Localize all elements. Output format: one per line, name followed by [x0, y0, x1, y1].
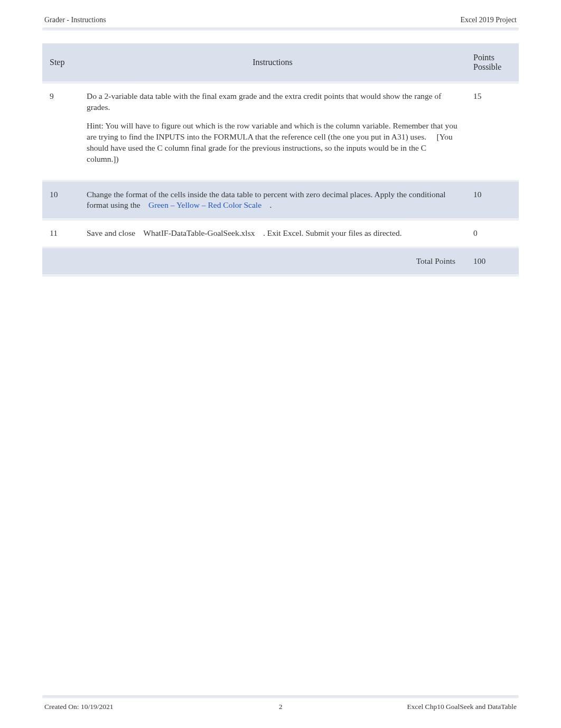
color-scale-name: Green – Yellow – Red Color Scale: [148, 200, 261, 209]
points-value: 0: [466, 220, 519, 246]
table-row: 11 Save and close WhatIF-DataTable-GoalS…: [42, 220, 519, 246]
col-header-points: Points Possible: [466, 43, 519, 81]
total-value: 100: [466, 248, 519, 274]
footer-row: Created On: 10/19/2021 2 Excel Chp10 Goa…: [42, 703, 519, 711]
header-left: Grader - Instructions: [44, 16, 106, 24]
total-row: Total Points 100: [42, 248, 519, 274]
points-value: 15: [466, 84, 519, 180]
empty-cell: [42, 248, 79, 274]
instruction-text: . Exit Excel. Submit your files as direc…: [263, 228, 402, 237]
page-header: Grader - Instructions Excel 2019 Project: [42, 16, 519, 27]
header-right: Excel 2019 Project: [460, 16, 517, 24]
header-divider: [42, 27, 519, 31]
instruction-text: Hint: You will have to figure out which …: [87, 121, 457, 141]
instruction-text: Save and close: [87, 228, 137, 237]
file-name: WhatIF-DataTable-GoalSeek.xlsx: [143, 228, 255, 237]
table-header-row: Step Instructions Points Possible: [42, 43, 519, 81]
table-row: 10 Change the format of the cells inside…: [42, 182, 519, 219]
document-page: Grader - Instructions Excel 2019 Project…: [0, 0, 561, 728]
total-label: Total Points: [79, 248, 466, 274]
instruction-text: Change the format of the cells inside th…: [87, 190, 446, 210]
col-header-instructions: Instructions: [79, 43, 466, 81]
row-separator: [42, 274, 519, 277]
instruction-paragraph: Hint: You will have to figure out which …: [87, 121, 459, 165]
col-header-step: Step: [42, 43, 79, 81]
step-number: 11: [42, 220, 79, 246]
table-row: 9 Do a 2-variable data table with the fi…: [42, 84, 519, 180]
step-number: 9: [42, 84, 79, 180]
footer-page-number: 2: [42, 703, 519, 711]
page-footer: Created On: 10/19/2021 2 Excel Chp10 Goa…: [42, 695, 519, 711]
points-value: 10: [466, 182, 519, 219]
instruction-cell: Do a 2-variable data table with the fina…: [79, 84, 466, 180]
instruction-text: .: [270, 200, 272, 209]
step-number: 10: [42, 182, 79, 219]
instructions-table: Step Instructions Points Possible 9 Do a…: [42, 43, 519, 277]
footer-divider: [42, 695, 519, 698]
instruction-cell: Save and close WhatIF-DataTable-GoalSeek…: [79, 220, 466, 246]
instruction-cell: Change the format of the cells inside th…: [79, 182, 466, 219]
instruction-paragraph: Do a 2-variable data table with the fina…: [87, 91, 459, 113]
